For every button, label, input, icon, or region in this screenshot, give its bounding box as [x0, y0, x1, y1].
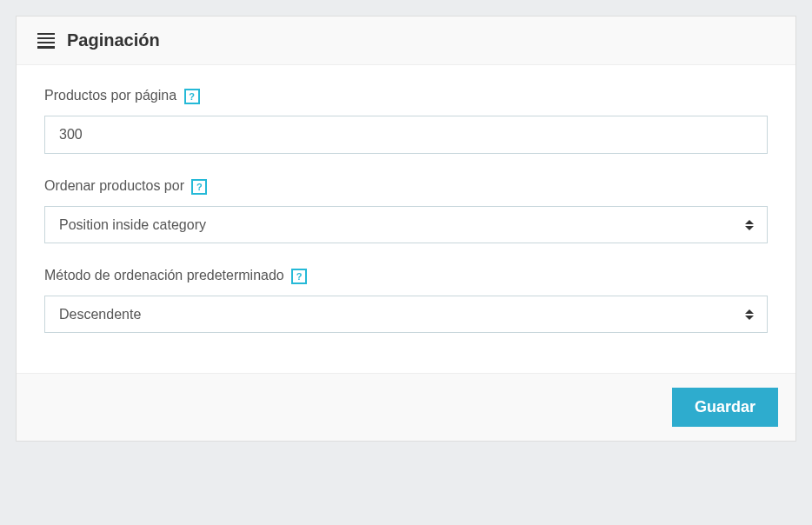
help-icon[interactable]: ?	[184, 89, 200, 104]
sort-method-select-wrapper: Descendente	[44, 296, 768, 333]
sort-method-label: Método de ordenación predeterminado	[44, 268, 284, 283]
field-sort-by: Ordenar productos por ? Position inside …	[44, 178, 768, 243]
products-per-page-input[interactable]	[44, 116, 768, 154]
pagination-panel: Paginación Productos por página ? Ordena…	[16, 16, 796, 442]
sort-by-select-wrapper: Position inside category	[44, 206, 768, 243]
help-icon[interactable]: ?	[191, 179, 207, 195]
sort-method-select[interactable]: Descendente	[44, 296, 768, 333]
panel-title: Paginación	[67, 30, 160, 50]
menu-icon	[37, 33, 55, 49]
products-per-page-label: Productos por página	[44, 88, 176, 103]
field-products-per-page: Productos por página ?	[44, 88, 768, 154]
help-icon[interactable]: ?	[291, 269, 307, 284]
save-button[interactable]: Guardar	[672, 388, 778, 427]
sort-by-select[interactable]: Position inside category	[44, 206, 768, 243]
panel-header: Paginación	[17, 17, 795, 65]
panel-body: Productos por página ? Ordenar productos…	[17, 65, 795, 373]
panel-footer: Guardar	[17, 373, 795, 441]
field-sort-method: Método de ordenación predeterminado ? De…	[44, 268, 768, 333]
sort-by-label: Ordenar productos por	[44, 178, 184, 194]
